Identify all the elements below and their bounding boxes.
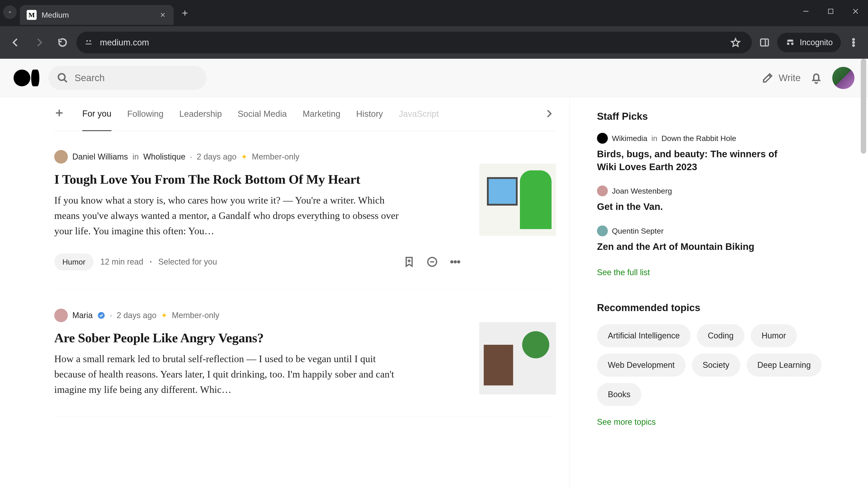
- new-tab-button[interactable]: [178, 6, 192, 20]
- feed-tab-social-media[interactable]: Social Media: [238, 97, 287, 131]
- topic-pill[interactable]: Coding: [697, 324, 744, 347]
- incognito-label: Incognito: [800, 38, 833, 47]
- article-age: 2 days ago: [197, 152, 237, 162]
- add-topic-button[interactable]: [54, 108, 66, 120]
- article-thumbnail: [479, 322, 556, 394]
- topic-pill[interactable]: Humor: [751, 324, 797, 347]
- author-avatar[interactable]: [54, 308, 68, 322]
- topic-pill[interactable]: Society: [692, 354, 740, 377]
- author-avatar[interactable]: [54, 150, 68, 164]
- svg-point-10: [454, 261, 456, 263]
- feed-tab-marketing[interactable]: Marketing: [303, 97, 340, 131]
- medium-app: Search Write For you Following Leadershi…: [0, 59, 868, 488]
- incognito-icon: [785, 37, 795, 47]
- show-less-icon[interactable]: [426, 256, 438, 268]
- pick-title[interactable]: Zen and the Art of Mountain Biking: [597, 240, 796, 253]
- feed-tab-javascript[interactable]: JavaScript: [399, 97, 439, 131]
- article-snippet: If you know what a story is, who cares h…: [54, 193, 407, 239]
- member-only-label: Member-only: [172, 311, 219, 320]
- profile-avatar[interactable]: [832, 67, 855, 89]
- pick-publication[interactable]: Down the Rabbit Hole: [661, 134, 736, 143]
- svg-point-4: [852, 39, 855, 40]
- side-panel-icon[interactable]: [756, 34, 773, 51]
- nav-back-button[interactable]: [6, 33, 25, 52]
- write-label: Write: [779, 72, 801, 84]
- svg-rect-0: [829, 9, 833, 13]
- write-icon: [762, 72, 774, 84]
- bell-icon: [810, 71, 823, 84]
- member-star-icon: ✦: [241, 152, 247, 161]
- staff-pick-item[interactable]: Wikimedia in Down the Rabbit Hole Birds,…: [597, 133, 850, 173]
- feed-column: For you Following Leadership Social Medi…: [0, 97, 569, 488]
- medium-header: Search Write: [0, 59, 868, 97]
- pick-avatar[interactable]: [597, 133, 608, 144]
- browser-menu-icon[interactable]: [845, 34, 862, 51]
- pick-avatar[interactable]: [597, 225, 608, 236]
- site-settings-icon[interactable]: [84, 38, 93, 47]
- publication-name[interactable]: Wholistique: [143, 152, 185, 162]
- svg-point-9: [451, 261, 453, 263]
- pick-title[interactable]: Get in the Van.: [597, 200, 796, 213]
- tab-search-dropdown[interactable]: [3, 5, 17, 19]
- window-close-button[interactable]: [843, 2, 868, 20]
- topic-pill[interactable]: Artificial Intelligence: [597, 324, 690, 347]
- article-thumbnail: [479, 164, 556, 236]
- pick-title[interactable]: Birds, bugs, and beauty: The winners of …: [597, 148, 796, 173]
- topic-pill[interactable]: Books: [597, 383, 641, 406]
- feed-tab-history[interactable]: History: [356, 97, 383, 131]
- tabs-scroll-right[interactable]: [544, 109, 556, 120]
- tab-favicon: M: [27, 10, 37, 20]
- more-options-icon[interactable]: [450, 256, 461, 268]
- article-tag[interactable]: Humor: [54, 254, 94, 270]
- topic-pills: Artificial Intelligence Coding Humor Web…: [597, 324, 850, 406]
- notifications-button[interactable]: [810, 71, 823, 85]
- article-meta: Humor 12 min read Selected for you: [54, 254, 466, 270]
- incognito-indicator[interactable]: Incognito: [777, 33, 841, 52]
- save-bookmark-icon[interactable]: [403, 256, 415, 268]
- vertical-scrollbar[interactable]: [859, 59, 868, 488]
- topic-pill[interactable]: Deep Learning: [747, 354, 822, 377]
- browser-tab[interactable]: M Medium: [20, 5, 174, 25]
- pick-author[interactable]: Quentin Septer: [612, 227, 664, 235]
- address-bar[interactable]: medium.com: [76, 32, 752, 53]
- topic-pill[interactable]: Web Development: [597, 354, 686, 377]
- medium-logo[interactable]: [13, 70, 39, 86]
- staff-pick-item[interactable]: Joan Westenberg Get in the Van.: [597, 186, 850, 213]
- pick-author[interactable]: Wikimedia: [612, 134, 647, 143]
- article-age: 2 days ago: [117, 311, 156, 320]
- pick-author[interactable]: Joan Westenberg: [612, 187, 672, 195]
- feed-tab-for-you[interactable]: For you: [82, 97, 112, 131]
- tab-close-button[interactable]: [159, 11, 167, 19]
- article-snippet: How a small remark led to brutal self-re…: [54, 351, 407, 398]
- bookmark-star-icon[interactable]: [727, 34, 744, 51]
- article-title[interactable]: Are Sober People Like Angry Vegans?: [54, 330, 466, 346]
- write-button[interactable]: Write: [762, 72, 801, 84]
- article-byline: Daniel Williams in Wholistique · 2 days …: [54, 150, 466, 164]
- window-minimize-button[interactable]: [794, 2, 818, 20]
- article-card[interactable]: Maria · 2 days ago ✦ Member-only Are Sob…: [54, 290, 556, 417]
- author-name[interactable]: Maria: [72, 311, 93, 320]
- staff-picks-heading: Staff Picks: [597, 111, 850, 122]
- pick-avatar[interactable]: [597, 186, 608, 196]
- author-name[interactable]: Daniel Williams: [72, 152, 128, 162]
- verified-badge-icon: [97, 311, 105, 320]
- tab-title: Medium: [41, 11, 154, 20]
- browser-toolbar: medium.com Incognito: [0, 26, 868, 59]
- feed-tab-leadership[interactable]: Leadership: [179, 97, 222, 131]
- search-input[interactable]: Search: [49, 66, 207, 90]
- article-card[interactable]: Daniel Williams in Wholistique · 2 days …: [54, 131, 556, 290]
- staff-pick-item[interactable]: Quentin Septer Zen and the Art of Mounta…: [597, 225, 850, 253]
- search-placeholder: Search: [74, 72, 105, 84]
- svg-point-2: [89, 40, 91, 42]
- article-title[interactable]: I Tough Love You From The Rock Bottom Of…: [54, 172, 466, 187]
- address-bar-url: medium.com: [100, 38, 720, 47]
- member-star-icon: ✦: [161, 311, 167, 320]
- feed-tab-following[interactable]: Following: [127, 97, 164, 131]
- see-more-topics-link[interactable]: See more topics: [597, 417, 656, 427]
- feed-tabs: For you Following Leadership Social Medi…: [54, 97, 556, 131]
- member-only-label: Member-only: [252, 152, 299, 162]
- nav-reload-button[interactable]: [53, 33, 72, 52]
- nav-forward-button[interactable]: [29, 33, 49, 52]
- see-full-list-link[interactable]: See the full list: [597, 268, 650, 277]
- window-maximize-button[interactable]: [818, 2, 843, 20]
